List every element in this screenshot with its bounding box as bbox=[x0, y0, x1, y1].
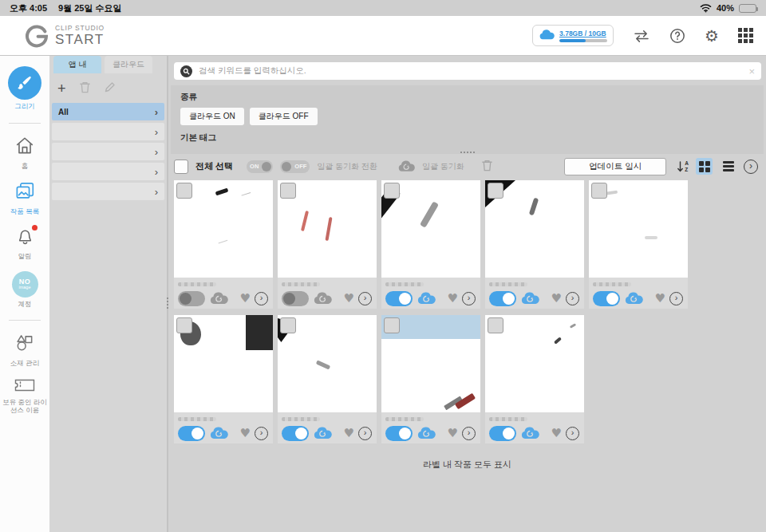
list-view-button[interactable] bbox=[720, 158, 736, 175]
artwork-detail-button[interactable]: › bbox=[669, 292, 683, 305]
panel-resize-handle[interactable] bbox=[167, 298, 168, 309]
cloud-sync-toggle[interactable] bbox=[282, 291, 309, 306]
artwork-title-redacted bbox=[178, 282, 216, 286]
sidebar-item-license[interactable]: 보유 중인 라이선스 이용 bbox=[2, 378, 47, 415]
artwork-detail-button[interactable]: › bbox=[358, 427, 372, 440]
label-list-item[interactable]: All › bbox=[52, 103, 164, 120]
artwork-checkbox[interactable] bbox=[176, 183, 192, 199]
search-clear-icon[interactable]: × bbox=[748, 65, 755, 77]
artwork-checkbox[interactable] bbox=[384, 183, 400, 199]
filter-cloud-off-button[interactable]: 클라우드 OFF bbox=[250, 108, 318, 125]
artwork-detail-button[interactable]: › bbox=[255, 427, 268, 440]
cloud-sync-toggle[interactable] bbox=[489, 426, 516, 441]
favorite-heart-icon[interactable]: ♥ bbox=[240, 293, 251, 305]
cloud-sync-icon[interactable] bbox=[209, 292, 228, 305]
favorite-heart-icon[interactable]: ♥ bbox=[344, 293, 354, 305]
label-name: All bbox=[58, 108, 69, 116]
gear-icon[interactable]: ⚙ bbox=[705, 28, 719, 44]
cloud-sync-icon[interactable] bbox=[624, 292, 643, 305]
artwork-detail-button[interactable]: › bbox=[566, 292, 579, 305]
favorite-heart-icon[interactable]: ♥ bbox=[655, 293, 665, 305]
artwork-card: ♥ › bbox=[278, 315, 377, 443]
add-label-button[interactable]: + bbox=[57, 84, 66, 93]
cloud-sync-icon[interactable] bbox=[417, 427, 436, 439]
artwork-card: ♥ › bbox=[589, 180, 688, 309]
grid-view-button[interactable] bbox=[696, 158, 713, 175]
sidebar-item-notifications[interactable]: 알림 bbox=[2, 227, 47, 261]
sidebar-item-label: 보유 중인 라이선스 이용 bbox=[2, 398, 47, 415]
artwork-detail-button[interactable]: › bbox=[462, 427, 476, 440]
artwork-title-redacted bbox=[489, 417, 527, 421]
artwork-checkbox[interactable] bbox=[488, 183, 503, 199]
favorite-heart-icon[interactable]: ♥ bbox=[448, 293, 458, 305]
artwork-card: ♥ › bbox=[174, 315, 273, 443]
artwork-card-footer: ♥ › bbox=[174, 412, 273, 443]
favorite-heart-icon[interactable]: ♥ bbox=[551, 428, 562, 439]
status-time: 오후 4:05 bbox=[10, 2, 47, 14]
filter-collapse-handle[interactable] bbox=[460, 152, 475, 153]
artwork-title bbox=[385, 415, 476, 424]
sidebar-item-works[interactable]: 작품 목록 bbox=[2, 180, 47, 216]
sidebar-item-home[interactable]: 홈 bbox=[2, 136, 47, 171]
show-all-works-link[interactable]: 라벨 내 작품 모두 표시 bbox=[168, 459, 766, 471]
artwork-title bbox=[178, 415, 269, 424]
artwork-checkbox[interactable] bbox=[384, 317, 400, 333]
cloud-sync-toggle[interactable] bbox=[178, 291, 205, 306]
favorite-heart-icon[interactable]: ♥ bbox=[240, 428, 251, 439]
favorite-heart-icon[interactable]: ♥ bbox=[448, 428, 458, 439]
sort-az-icon[interactable]: AZ bbox=[677, 160, 689, 171]
cloud-sync-icon[interactable] bbox=[209, 427, 228, 439]
artwork-detail-button[interactable]: › bbox=[255, 292, 268, 305]
sidebar-item-materials[interactable]: 소재 관리 bbox=[2, 333, 47, 368]
cloud-storage-widget[interactable]: 3.78GB / 10GB bbox=[532, 25, 614, 46]
sidebar-item-account[interactable]: NOimage 계정 bbox=[2, 271, 47, 309]
artwork-title-redacted bbox=[385, 417, 424, 421]
artwork-detail-button[interactable]: › bbox=[358, 292, 372, 305]
batch-delete-icon bbox=[481, 159, 493, 175]
cloud-sync-icon[interactable] bbox=[520, 427, 539, 439]
label-list-item[interactable]: › bbox=[52, 123, 164, 140]
artwork-card: ♥ › bbox=[174, 180, 273, 309]
tab-in-app[interactable]: 앱 내 bbox=[53, 56, 101, 73]
storage-usage-label: 3.78GB / 10GB bbox=[559, 30, 607, 37]
cloud-sync-toggle[interactable] bbox=[385, 291, 413, 306]
artwork-checkbox[interactable] bbox=[176, 317, 192, 333]
label-list-item[interactable]: › bbox=[52, 163, 164, 180]
cloud-sync-toggle[interactable] bbox=[385, 426, 413, 441]
cloud-sync-toggle[interactable] bbox=[489, 291, 516, 306]
delete-label-icon[interactable] bbox=[79, 81, 91, 97]
sidebar-item-draw[interactable]: 그리기 bbox=[2, 66, 47, 111]
artwork-checkbox[interactable] bbox=[591, 183, 607, 199]
apps-grid-icon[interactable] bbox=[738, 28, 753, 43]
artwork-title-redacted bbox=[489, 282, 527, 286]
artwork-checkbox[interactable] bbox=[488, 317, 503, 333]
label-list-item[interactable]: › bbox=[52, 143, 164, 160]
artwork-checkbox[interactable] bbox=[280, 317, 296, 333]
expand-toolbar-button[interactable]: › bbox=[744, 160, 758, 174]
edit-label-icon[interactable] bbox=[104, 81, 116, 97]
favorite-heart-icon[interactable]: ♥ bbox=[551, 293, 562, 305]
transfer-icon[interactable] bbox=[633, 30, 650, 42]
artwork-checkbox[interactable] bbox=[280, 183, 296, 199]
brand-start: START bbox=[55, 33, 105, 46]
favorite-heart-icon[interactable]: ♥ bbox=[344, 428, 354, 439]
label-list-item[interactable]: › bbox=[52, 183, 164, 200]
cloud-sync-icon[interactable] bbox=[520, 292, 539, 305]
sort-order-button[interactable]: 업데이트 일시 bbox=[564, 158, 666, 175]
select-all-checkbox[interactable] bbox=[174, 160, 188, 174]
filter-cloud-on-button[interactable]: 클라우드 ON bbox=[180, 108, 244, 125]
artwork-title bbox=[489, 415, 580, 424]
bell-icon bbox=[15, 227, 35, 250]
cloud-sync-toggle[interactable] bbox=[282, 426, 309, 441]
cloud-sync-icon[interactable] bbox=[313, 427, 332, 439]
cloud-sync-icon[interactable] bbox=[417, 292, 436, 305]
cloud-sync-toggle[interactable] bbox=[178, 426, 205, 441]
tab-cloud[interactable]: 클라우드 bbox=[105, 56, 152, 73]
help-icon[interactable] bbox=[669, 28, 685, 44]
search-bar[interactable]: 검색 키워드를 입력하십시오. × bbox=[174, 62, 761, 80]
cloud-sync-toggle[interactable] bbox=[593, 291, 620, 306]
artwork-detail-button[interactable]: › bbox=[566, 427, 579, 440]
chevron-right-icon: › bbox=[155, 167, 158, 177]
artwork-detail-button[interactable]: › bbox=[462, 292, 476, 305]
cloud-sync-icon[interactable] bbox=[313, 292, 332, 305]
